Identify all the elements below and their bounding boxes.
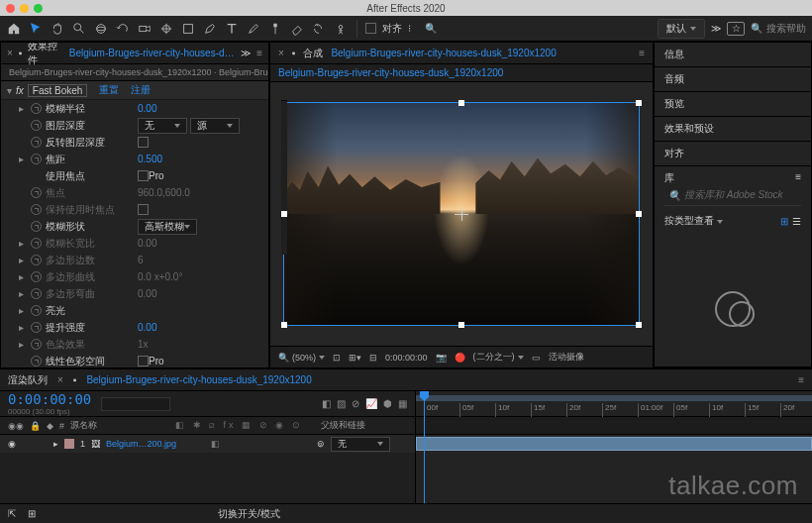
layer-name[interactable]: Belgium…200.jpg: [106, 439, 205, 449]
timeline-layer-row[interactable]: ◉ ▸ 1 🖼 Belgium…200.jpg ◧ ⊚ 无: [0, 435, 415, 453]
timeline-menu-icon[interactable]: ≡: [798, 374, 804, 385]
parent-col[interactable]: 父级和链接: [321, 419, 365, 432]
prop-checkbox[interactable]: [138, 170, 149, 181]
clone-tool-icon[interactable]: [267, 21, 283, 37]
prop-twirl-icon[interactable]: ▸: [19, 271, 27, 282]
work-area[interactable]: [416, 395, 812, 401]
prop-twirl-icon[interactable]: ▸: [19, 154, 27, 164]
effect-register[interactable]: 注册: [131, 83, 151, 97]
library-search[interactable]: 🔍 搜索库和 Adobe Stock: [664, 185, 801, 206]
switches-modes-toggle[interactable]: 切换开关/模式: [218, 507, 280, 521]
zoom-window[interactable]: [34, 4, 43, 13]
camera-dropdown[interactable]: 活动摄像: [549, 351, 584, 364]
anchor-tool-icon[interactable]: [158, 21, 174, 37]
snap-checkbox[interactable]: [365, 23, 376, 34]
render-queue-tab[interactable]: 渲染队列: [8, 373, 48, 387]
expand-icon[interactable]: ⇱: [8, 508, 16, 519]
library-label[interactable]: 库: [664, 171, 674, 185]
pen-tool-icon[interactable]: [202, 21, 218, 37]
selection-tool-icon[interactable]: [28, 21, 44, 37]
stopwatch-icon[interactable]: [31, 322, 42, 333]
handle-bc[interactable]: [458, 322, 464, 328]
hand-tool-icon[interactable]: [50, 21, 65, 37]
workspace-menu-icon[interactable]: ≫: [711, 23, 721, 34]
layer-track[interactable]: [416, 435, 812, 453]
stopwatch-icon[interactable]: [31, 305, 42, 316]
frame-blend-icon[interactable]: ▨: [337, 398, 346, 409]
prop-value[interactable]: 0.00: [138, 322, 156, 333]
stopwatch-icon[interactable]: [31, 271, 42, 282]
handle-tr[interactable]: [636, 100, 642, 106]
stopwatch-icon[interactable]: [31, 356, 42, 366]
effect-twirl-icon[interactable]: ▾: [7, 85, 12, 96]
close-window[interactable]: [6, 4, 15, 13]
handle-br[interactable]: [636, 322, 642, 328]
comp-breadcrumb-link[interactable]: Belgium-Bruges-river-city-houses-dusk_19…: [278, 67, 503, 78]
roto-tool-icon[interactable]: [311, 21, 327, 37]
snap-options-icon[interactable]: ⁝: [408, 23, 411, 34]
review-icon[interactable]: ☆: [727, 22, 745, 36]
grid-options-icon[interactable]: ⊞▾: [349, 353, 361, 363]
panel-对齐[interactable]: 对齐: [655, 142, 811, 166]
search-tools-icon[interactable]: 🔍: [425, 23, 437, 34]
motion-blur-icon[interactable]: ⊘: [352, 398, 359, 409]
stopwatch-icon[interactable]: [31, 339, 42, 350]
close-timeline-tab-icon[interactable]: ×: [57, 374, 63, 385]
panel-预览[interactable]: 预览: [655, 92, 811, 117]
snapshot-icon[interactable]: 📷: [436, 353, 447, 363]
lock-col-icon[interactable]: 🔒: [30, 421, 41, 431]
library-menu-icon[interactable]: ≡: [795, 171, 801, 185]
prop-twirl-icon[interactable]: ▸: [19, 238, 27, 249]
prop-checkbox[interactable]: [138, 137, 149, 148]
close-comp-tab-icon[interactable]: ×: [278, 48, 284, 58]
zoom-tool-icon[interactable]: [71, 21, 87, 37]
layer-quality-icon[interactable]: ◧: [211, 439, 220, 449]
home-icon[interactable]: [6, 21, 22, 37]
search-help[interactable]: 🔍 搜索帮助: [751, 22, 806, 36]
layer-clip[interactable]: [416, 437, 812, 451]
stopwatch-icon[interactable]: [31, 103, 42, 114]
parent-dropdown[interactable]: 无: [331, 437, 390, 452]
layer-twirl-icon[interactable]: ▸: [53, 439, 58, 449]
grid-view-icon[interactable]: ⊞: [780, 216, 788, 227]
stopwatch-icon[interactable]: [31, 187, 42, 198]
resolution-full-icon[interactable]: ⊡: [333, 353, 341, 363]
prop-value[interactable]: 0.0 x+0.0°: [138, 271, 182, 282]
stopwatch-icon[interactable]: [31, 288, 42, 299]
stopwatch-icon[interactable]: [31, 221, 42, 232]
puppet-tool-icon[interactable]: [333, 21, 349, 37]
comp-canvas[interactable]: [283, 102, 640, 326]
comp-breadcrumb[interactable]: Belgium-Bruges-river-city-houses-dusk_19…: [270, 64, 653, 82]
prop-twirl-icon[interactable]: ▸: [19, 322, 27, 333]
shape-tool-icon[interactable]: [180, 21, 196, 37]
panel-menu-icon[interactable]: ≡: [256, 48, 262, 58]
timeline-comp-tab[interactable]: Belgium-Bruges-river-city-houses-dusk_19…: [86, 374, 311, 385]
prop-twirl-icon[interactable]: ▸: [19, 288, 27, 299]
brush-tool-icon[interactable]: [246, 21, 261, 37]
av-col-icon[interactable]: ◉◉: [8, 421, 24, 431]
zoom-dropdown[interactable]: 🔍 (50%): [278, 353, 325, 363]
prop-value[interactable]: 6: [138, 255, 144, 265]
prop-twirl-icon[interactable]: ▸: [19, 339, 27, 350]
prop-checkbox[interactable]: [138, 204, 149, 215]
tab-overflow-icon[interactable]: ≫: [241, 48, 251, 58]
panel-信息[interactable]: 信息: [655, 43, 811, 67]
text-tool-icon[interactable]: [224, 21, 240, 37]
workspace-dropdown[interactable]: 默认: [658, 19, 705, 39]
eraser-tool-icon[interactable]: [289, 21, 305, 37]
prop-twirl-icon[interactable]: ▸: [19, 305, 27, 316]
list-view-icon[interactable]: ☰: [792, 216, 801, 227]
prop-dropdown[interactable]: 无: [138, 118, 187, 134]
stopwatch-icon[interactable]: [31, 137, 42, 148]
prop-value[interactable]: 1x: [138, 339, 149, 350]
prop-checkbox[interactable]: [138, 356, 149, 366]
stopwatch-icon[interactable]: [31, 154, 42, 164]
composition-viewport[interactable]: [270, 82, 653, 346]
fx-icon[interactable]: fx: [16, 85, 24, 96]
panel-效果和预设[interactable]: 效果和预设: [655, 117, 811, 142]
graph-editor-icon[interactable]: 📈: [365, 398, 377, 409]
prop-twirl-icon[interactable]: ▸: [19, 103, 27, 114]
parent-pick-icon[interactable]: ⊚: [317, 439, 325, 449]
minimize-window[interactable]: [20, 4, 29, 13]
prop-value[interactable]: 0.00: [138, 238, 156, 249]
